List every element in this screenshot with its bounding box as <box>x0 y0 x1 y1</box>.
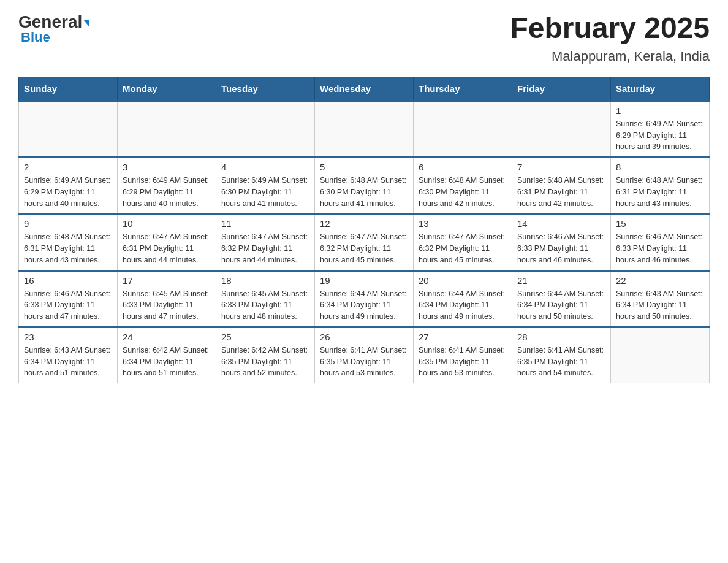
table-row: 3Sunrise: 6:49 AM Sunset: 6:29 PM Daylig… <box>118 158 216 214</box>
logo-arrow-icon <box>83 20 89 27</box>
day-info: Sunrise: 6:44 AM Sunset: 6:34 PM Dayligh… <box>419 288 507 323</box>
col-tuesday: Tuesday <box>216 77 315 101</box>
calendar-title: February 2025 <box>510 12 710 45</box>
logo-blue-text: Blue <box>21 29 50 45</box>
day-info: Sunrise: 6:41 AM Sunset: 6:35 PM Dayligh… <box>517 345 605 379</box>
day-info: Sunrise: 6:45 AM Sunset: 6:33 PM Dayligh… <box>123 288 211 323</box>
day-number: 18 <box>221 275 309 286</box>
day-info: Sunrise: 6:44 AM Sunset: 6:34 PM Dayligh… <box>320 288 408 323</box>
day-info: Sunrise: 6:45 AM Sunset: 6:33 PM Dayligh… <box>221 288 309 323</box>
table-row: 10Sunrise: 6:47 AM Sunset: 6:31 PM Dayli… <box>118 214 216 270</box>
day-number: 9 <box>24 218 112 229</box>
table-row: 6Sunrise: 6:48 AM Sunset: 6:30 PM Daylig… <box>414 158 512 214</box>
table-row: 8Sunrise: 6:48 AM Sunset: 6:31 PM Daylig… <box>611 158 710 214</box>
day-number: 17 <box>123 275 211 286</box>
table-row: 9Sunrise: 6:48 AM Sunset: 6:31 PM Daylig… <box>19 214 118 270</box>
day-number: 2 <box>24 162 112 172</box>
col-thursday: Thursday <box>414 77 512 101</box>
day-info: Sunrise: 6:44 AM Sunset: 6:34 PM Dayligh… <box>517 288 605 323</box>
day-info: Sunrise: 6:47 AM Sunset: 6:32 PM Dayligh… <box>419 231 507 266</box>
day-number: 28 <box>517 332 605 342</box>
day-info: Sunrise: 6:48 AM Sunset: 6:31 PM Dayligh… <box>517 175 605 209</box>
col-monday: Monday <box>118 77 216 101</box>
title-block: February 2025 Malappuram, Kerala, India <box>510 12 710 64</box>
day-number: 26 <box>320 332 408 342</box>
day-number: 19 <box>320 275 408 286</box>
day-info: Sunrise: 6:49 AM Sunset: 6:29 PM Dayligh… <box>123 175 211 209</box>
day-number: 10 <box>123 218 211 229</box>
table-row: 27Sunrise: 6:41 AM Sunset: 6:35 PM Dayli… <box>414 327 512 383</box>
day-number: 13 <box>419 218 507 229</box>
table-row: 18Sunrise: 6:45 AM Sunset: 6:33 PM Dayli… <box>216 270 315 327</box>
day-info: Sunrise: 6:49 AM Sunset: 6:30 PM Dayligh… <box>221 175 309 209</box>
calendar-header-row: Sunday Monday Tuesday Wednesday Thursday… <box>19 77 710 101</box>
table-row <box>414 101 512 157</box>
day-info: Sunrise: 6:46 AM Sunset: 6:33 PM Dayligh… <box>616 231 704 266</box>
day-info: Sunrise: 6:46 AM Sunset: 6:33 PM Dayligh… <box>517 231 605 266</box>
col-friday: Friday <box>512 77 611 101</box>
day-number: 20 <box>419 275 507 286</box>
col-wednesday: Wednesday <box>315 77 414 101</box>
day-number: 11 <box>221 218 309 229</box>
table-row <box>216 101 315 157</box>
table-row <box>118 101 216 157</box>
table-row: 1Sunrise: 6:49 AM Sunset: 6:29 PM Daylig… <box>611 101 710 157</box>
table-row: 12Sunrise: 6:47 AM Sunset: 6:32 PM Dayli… <box>315 214 414 270</box>
table-row <box>19 101 118 157</box>
table-row: 20Sunrise: 6:44 AM Sunset: 6:34 PM Dayli… <box>414 270 512 327</box>
table-row: 19Sunrise: 6:44 AM Sunset: 6:34 PM Dayli… <box>315 270 414 327</box>
day-number: 21 <box>517 275 605 286</box>
day-number: 5 <box>320 162 408 172</box>
day-info: Sunrise: 6:42 AM Sunset: 6:34 PM Dayligh… <box>123 345 211 379</box>
calendar-week-row: 9Sunrise: 6:48 AM Sunset: 6:31 PM Daylig… <box>19 214 710 270</box>
day-number: 1 <box>616 105 704 116</box>
day-number: 8 <box>616 162 704 172</box>
page-header: General Blue February 2025 Malappuram, K… <box>18 12 710 64</box>
table-row: 14Sunrise: 6:46 AM Sunset: 6:33 PM Dayli… <box>512 214 611 270</box>
table-row: 13Sunrise: 6:47 AM Sunset: 6:32 PM Dayli… <box>414 214 512 270</box>
day-number: 12 <box>320 218 408 229</box>
day-info: Sunrise: 6:48 AM Sunset: 6:31 PM Dayligh… <box>616 175 704 209</box>
calendar-week-row: 2Sunrise: 6:49 AM Sunset: 6:29 PM Daylig… <box>19 158 710 214</box>
calendar-table: Sunday Monday Tuesday Wednesday Thursday… <box>18 77 710 383</box>
day-number: 23 <box>24 332 112 342</box>
day-info: Sunrise: 6:48 AM Sunset: 6:30 PM Dayligh… <box>419 175 507 209</box>
table-row: 16Sunrise: 6:46 AM Sunset: 6:33 PM Dayli… <box>19 270 118 327</box>
table-row: 26Sunrise: 6:41 AM Sunset: 6:35 PM Dayli… <box>315 327 414 383</box>
table-row: 2Sunrise: 6:49 AM Sunset: 6:29 PM Daylig… <box>19 158 118 214</box>
table-row: 17Sunrise: 6:45 AM Sunset: 6:33 PM Dayli… <box>118 270 216 327</box>
day-number: 15 <box>616 218 704 229</box>
day-info: Sunrise: 6:48 AM Sunset: 6:31 PM Dayligh… <box>24 231 112 266</box>
table-row: 21Sunrise: 6:44 AM Sunset: 6:34 PM Dayli… <box>512 270 611 327</box>
day-info: Sunrise: 6:49 AM Sunset: 6:29 PM Dayligh… <box>616 118 704 153</box>
table-row: 15Sunrise: 6:46 AM Sunset: 6:33 PM Dayli… <box>611 214 710 270</box>
table-row: 4Sunrise: 6:49 AM Sunset: 6:30 PM Daylig… <box>216 158 315 214</box>
table-row: 22Sunrise: 6:43 AM Sunset: 6:34 PM Dayli… <box>611 270 710 327</box>
day-info: Sunrise: 6:41 AM Sunset: 6:35 PM Dayligh… <box>320 345 408 379</box>
table-row <box>512 101 611 157</box>
table-row <box>611 327 710 383</box>
calendar-week-row: 16Sunrise: 6:46 AM Sunset: 6:33 PM Dayli… <box>19 270 710 327</box>
table-row: 11Sunrise: 6:47 AM Sunset: 6:32 PM Dayli… <box>216 214 315 270</box>
calendar-week-row: 1Sunrise: 6:49 AM Sunset: 6:29 PM Daylig… <box>19 101 710 157</box>
day-number: 7 <box>517 162 605 172</box>
calendar-subtitle: Malappuram, Kerala, India <box>510 48 710 64</box>
day-info: Sunrise: 6:42 AM Sunset: 6:35 PM Dayligh… <box>221 345 309 379</box>
logo: General Blue <box>18 12 89 45</box>
day-number: 24 <box>123 332 211 342</box>
table-row: 5Sunrise: 6:48 AM Sunset: 6:30 PM Daylig… <box>315 158 414 214</box>
table-row: 23Sunrise: 6:43 AM Sunset: 6:34 PM Dayli… <box>19 327 118 383</box>
table-row: 25Sunrise: 6:42 AM Sunset: 6:35 PM Dayli… <box>216 327 315 383</box>
day-info: Sunrise: 6:47 AM Sunset: 6:31 PM Dayligh… <box>123 231 211 266</box>
table-row: 24Sunrise: 6:42 AM Sunset: 6:34 PM Dayli… <box>118 327 216 383</box>
day-info: Sunrise: 6:41 AM Sunset: 6:35 PM Dayligh… <box>419 345 507 379</box>
day-info: Sunrise: 6:47 AM Sunset: 6:32 PM Dayligh… <box>320 231 408 266</box>
day-number: 22 <box>616 275 704 286</box>
table-row: 28Sunrise: 6:41 AM Sunset: 6:35 PM Dayli… <box>512 327 611 383</box>
day-number: 6 <box>419 162 507 172</box>
day-info: Sunrise: 6:46 AM Sunset: 6:33 PM Dayligh… <box>24 288 112 323</box>
day-number: 16 <box>24 275 112 286</box>
calendar-week-row: 23Sunrise: 6:43 AM Sunset: 6:34 PM Dayli… <box>19 327 710 383</box>
day-info: Sunrise: 6:43 AM Sunset: 6:34 PM Dayligh… <box>616 288 704 323</box>
day-number: 14 <box>517 218 605 229</box>
